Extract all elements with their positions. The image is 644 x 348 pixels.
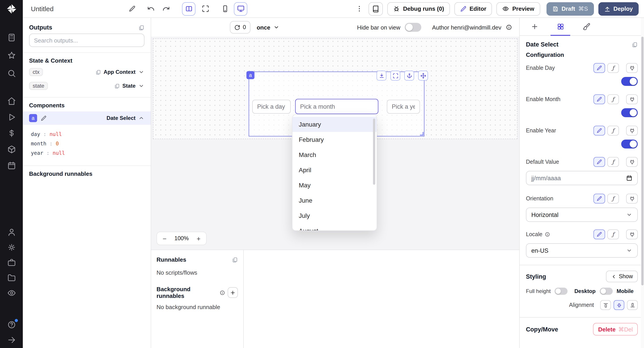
more-menu-button[interactable]	[354, 2, 364, 15]
enable-month-toggle[interactable]	[621, 108, 638, 117]
output-row[interactable]: day:null	[31, 129, 144, 139]
connect-input-button[interactable]	[626, 194, 638, 204]
debug-runs-button[interactable]: Debug runs (0)	[387, 2, 450, 16]
rail-apps-button[interactable]	[5, 31, 18, 44]
editor-mode-button[interactable]: Editor	[454, 2, 492, 16]
eval-button[interactable]: ƒ	[607, 194, 619, 204]
desktop-mobile-toggle[interactable]	[600, 288, 612, 295]
docs-icon[interactable]	[232, 256, 238, 263]
rail-workers-button[interactable]	[5, 256, 18, 269]
month-option[interactable]: May	[292, 178, 376, 193]
month-option[interactable]: March	[292, 147, 376, 162]
rail-home-button[interactable]	[5, 95, 18, 107]
rail-favorites-button[interactable]	[5, 49, 18, 62]
ctx-row[interactable]: ctx App Context	[23, 66, 151, 78]
page-scrollbar[interactable]	[641, 18, 644, 348]
static-edit-button[interactable]	[594, 63, 605, 73]
locale-select[interactable]: en-US	[526, 243, 638, 258]
info-icon[interactable]	[219, 290, 225, 296]
redo-button[interactable]	[160, 2, 172, 15]
connect-input-button[interactable]	[626, 157, 638, 167]
component-list-item-a[interactable]: a Date Select	[23, 112, 151, 125]
align-bottom-button[interactable]	[627, 300, 638, 310]
preview-mode-button[interactable]: Preview	[497, 2, 540, 16]
copy-icon[interactable]	[114, 83, 120, 89]
rail-folders-button[interactable]	[5, 272, 18, 284]
undo-button[interactable]	[144, 2, 157, 15]
anchor-component-button[interactable]	[404, 71, 414, 80]
static-edit-button[interactable]	[594, 126, 605, 136]
deploy-button[interactable]: Deploy	[598, 2, 639, 16]
static-edit-button[interactable]	[594, 157, 605, 167]
docs-icon[interactable]	[138, 24, 144, 31]
enable-year-toggle[interactable]	[621, 140, 638, 148]
zoom-in-button[interactable]: +	[193, 232, 204, 244]
connect-input-button[interactable]	[626, 94, 638, 104]
full-height-toggle[interactable]	[555, 288, 568, 295]
month-option[interactable]: June	[292, 193, 376, 208]
rail-collapse-button[interactable]	[5, 334, 18, 346]
output-row[interactable]: year:null	[31, 148, 144, 158]
month-option[interactable]: August	[292, 223, 376, 231]
eval-button[interactable]: ƒ	[607, 94, 619, 104]
refresh-button[interactable]: 0	[230, 21, 250, 34]
windmill-logo[interactable]	[5, 3, 18, 15]
insert-below-button[interactable]	[376, 71, 386, 80]
orientation-select[interactable]: Horizontal	[526, 208, 638, 222]
scrollbar-thumb[interactable]	[641, 37, 644, 286]
desktop-view-button[interactable]	[234, 2, 247, 16]
rail-variables-button[interactable]	[5, 127, 18, 140]
chevron-down-icon[interactable]	[138, 69, 144, 75]
tab-insert-component[interactable]	[522, 18, 548, 35]
year-input[interactable]	[387, 100, 420, 114]
connect-input-button[interactable]	[626, 63, 638, 73]
resize-handle[interactable]	[420, 132, 424, 136]
pencil-icon[interactable]	[41, 115, 46, 121]
rail-schedules-button[interactable]	[5, 159, 18, 172]
chevron-up-icon[interactable]	[138, 115, 144, 121]
delete-component-button[interactable]: Delete ⌘Del	[593, 323, 638, 336]
day-input[interactable]	[252, 100, 291, 114]
static-edit-button[interactable]	[594, 194, 605, 204]
app-canvas[interactable]: a	[151, 37, 519, 250]
month-option[interactable]: July	[292, 208, 376, 223]
month-option[interactable]: April	[292, 162, 376, 178]
refresh-mode-select[interactable]: once	[257, 24, 280, 31]
info-icon[interactable]	[545, 232, 550, 237]
eval-button[interactable]: ƒ	[607, 157, 619, 167]
search-outputs-input[interactable]	[29, 34, 144, 47]
tab-global-styling[interactable]	[573, 18, 599, 35]
expand-component-button[interactable]	[390, 71, 400, 80]
rename-title-button[interactable]	[126, 2, 138, 15]
rail-runs-button[interactable]	[5, 111, 18, 124]
enable-day-toggle[interactable]	[621, 77, 638, 86]
output-row[interactable]: month:0	[31, 139, 144, 148]
static-edit-button[interactable]	[594, 230, 605, 239]
month-option[interactable]: January	[292, 117, 376, 132]
connect-input-button[interactable]	[626, 126, 638, 136]
default-value-date-input[interactable]: jj/mm/aaaa	[526, 171, 638, 185]
rail-resources-button[interactable]	[5, 143, 18, 156]
add-background-runnable-button[interactable]	[228, 287, 238, 298]
month-option[interactable]: February	[292, 132, 376, 147]
fullscreen-button[interactable]	[199, 2, 212, 15]
hide-bar-toggle[interactable]	[405, 23, 421, 32]
move-component-button[interactable]	[418, 71, 428, 80]
tab-component-settings[interactable]	[548, 18, 573, 35]
mobile-view-button[interactable]	[219, 2, 231, 15]
zoom-out-button[interactable]: −	[159, 232, 170, 244]
show-styling-button[interactable]: Show	[606, 270, 638, 282]
rail-user-button[interactable]	[5, 226, 18, 238]
month-input[interactable]	[295, 99, 378, 114]
docs-icon[interactable]	[632, 42, 638, 48]
static-edit-button[interactable]	[594, 94, 605, 104]
align-center-button[interactable]	[614, 300, 624, 310]
docs-button[interactable]	[368, 2, 383, 16]
rail-settings-button[interactable]	[5, 241, 18, 254]
toggle-panels-button[interactable]	[182, 2, 196, 16]
rail-audit-button[interactable]	[5, 287, 18, 299]
eval-button[interactable]: ƒ	[607, 63, 619, 73]
connect-input-button[interactable]	[626, 230, 638, 239]
app-title[interactable]: Untitled	[31, 5, 126, 12]
calendar-icon[interactable]	[626, 175, 632, 181]
